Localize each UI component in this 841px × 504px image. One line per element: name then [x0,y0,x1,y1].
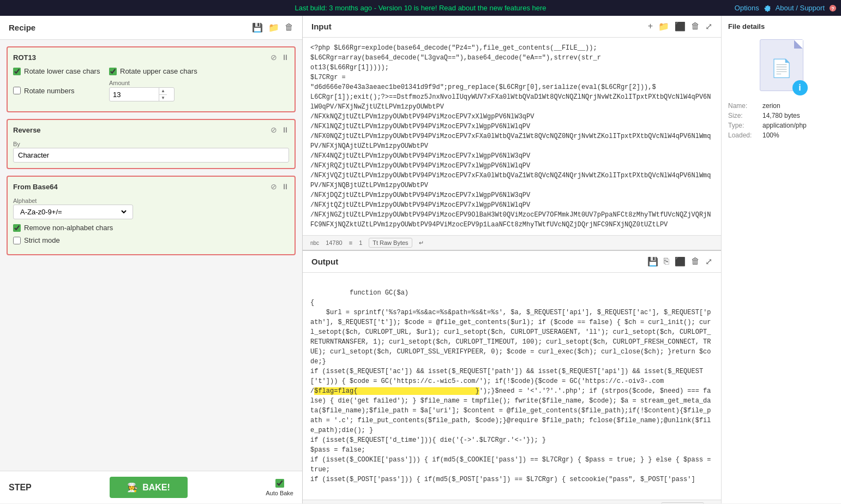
bake-label: BAKE! [142,483,170,493]
alphabet-label: Alphabet [13,197,37,204]
file-details-panel: File details 📄 i Name: zerion Size: 14,7… [721,16,841,503]
input-header: Input + 📁 ⬛ 🗑 ⤢ [303,16,721,38]
from-base64-pause-icon[interactable]: ⏸ [281,182,289,191]
rotate-lower-label[interactable]: Rotate lower case chars [13,67,100,75]
file-size-val: 14,780 bytes [762,112,800,119]
reverse-actions: ⊘ ⏸ [271,125,289,134]
amount-container: Amount ▲ ▼ [109,80,175,101]
input-code-area[interactable]: <?php $L66Rgr=explode(base64_decode("Pz4… [303,38,721,235]
recipe-body: ROT13 ⊘ ⏸ Rotate lower case chars Rotate… [0,40,302,471]
rotate-lower-text: Rotate lower case chars [24,67,100,75]
output-raw-bytes-button[interactable]: Tt Raw Bytes [661,502,704,503]
file-type-key: Type: [728,122,758,129]
rot13-row1: Rotate lower case chars Rotate upper cas… [13,67,289,75]
main-layout: Recipe 💾 📁 🗑 ROT13 ⊘ ⏸ [0,16,841,503]
input-raw-bytes-label: Raw Bytes [380,239,409,246]
from-base64-disable-icon[interactable]: ⊘ [271,182,277,191]
file-loaded-key: Loaded: [728,131,758,139]
save-icon[interactable]: 💾 [252,22,263,33]
input-size: 14780 [326,239,343,246]
input-raw-bytes-icon: Tt [373,239,378,246]
rotate-upper-label[interactable]: Rotate upper case chars [109,67,197,75]
recipe-actions: 💾 📁 🗑 [252,22,293,33]
file-icon-container: 📄 i [760,39,803,91]
alphabet-select[interactable]: A-Za-z0-9+/= [13,205,133,219]
input-folder-icon[interactable]: 📁 [658,21,669,32]
file-size-key: Size: [728,112,758,119]
file-name-row: Name: zerion [728,102,834,110]
output-code-highlight: $flag=flag{ } [314,387,479,395]
output-footer-right: 32ms Tt Raw Bytes ↵ [642,502,713,503]
options-link[interactable]: Options [735,4,759,12]
file-type-row: Type: application/php [728,122,834,129]
rot13-disable-icon[interactable]: ⊘ [271,53,277,62]
remove-nonalpha-label[interactable]: Remove non-alphabet chars [13,224,113,232]
input-nbc-label: nbc [310,240,319,246]
output-title: Output [311,257,338,266]
rotate-lower-checkbox[interactable] [13,68,21,75]
input-expand-icon[interactable]: ⤢ [705,21,712,32]
strict-mode-checkbox[interactable] [13,237,21,244]
folder-icon[interactable]: 📁 [268,22,279,33]
amount-arrows: ▲ ▼ [159,88,167,101]
auto-bake-checkbox[interactable] [275,479,284,488]
bake-icon: 🧑‍🍳 [127,482,138,493]
remove-nonalpha-checkbox[interactable] [13,224,21,232]
about-gear-icon[interactable]: ? [829,4,837,12]
output-header: Output 💾 ⎘ ⬛ 🗑 ⤢ [303,251,721,273]
bake-button[interactable]: 🧑‍🍳 BAKE! [110,477,188,498]
from-base64-operation: From Base64 ⊘ ⏸ Alphabet A-Za-z0-9+/= [7,176,296,255]
info-badge: i [792,80,808,95]
output-minimize-icon[interactable]: ⬛ [675,256,686,267]
svg-text:?: ? [831,5,834,11]
input-minimize-icon[interactable]: ⬛ [675,21,686,32]
by-input[interactable] [13,148,289,163]
input-delete-icon[interactable]: 🗑 [691,21,700,32]
rotate-numbers-label[interactable]: Rotate numbers [13,87,100,95]
reverse-title: Reverse [13,126,41,134]
rot13-title: ROT13 [13,53,36,62]
input-newline-icon[interactable]: ↵ [419,239,424,247]
right-panel: Input + 📁 ⬛ 🗑 ⤢ <?php $L66Rgr=explode(ba… [303,16,721,503]
input-raw-bytes-button[interactable]: Tt Raw Bytes [369,238,412,248]
amount-down-arrow[interactable]: ▼ [159,95,167,101]
file-icon-glyph: 📄 [771,58,792,79]
amount-input[interactable] [110,88,159,101]
strict-mode-label[interactable]: Strict mode [13,236,100,244]
reverse-pause-icon[interactable]: ⏸ [281,125,289,134]
gear-icon[interactable] [764,4,771,12]
alphabet-container: Alphabet A-Za-z0-9+/= [13,196,289,219]
reverse-disable-icon[interactable]: ⊘ [271,125,277,134]
amount-up-arrow[interactable]: ▲ [159,88,167,95]
top-bar: Last build: 3 months ago - Version 10 is… [0,0,841,16]
input-actions: + 📁 ⬛ 🗑 ⤢ [648,21,712,32]
input-lines: 1 [359,239,362,246]
rotate-upper-checkbox[interactable] [109,68,117,75]
rotate-numbers-checkbox[interactable] [13,87,21,94]
about-link[interactable]: About / Support [776,4,825,12]
base64-row2: Strict mode [13,236,289,244]
alphabet-dropdown[interactable]: A-Za-z0-9+/= [18,207,128,217]
file-icon-fold [794,40,803,49]
build-text: Last build: 3 months ago - Version 10 is… [295,4,546,12]
step-label: STEP [9,483,32,493]
input-section: Input + 📁 ⬛ 🗑 ⤢ <?php $L66Rgr=explode(ba… [303,16,721,251]
recipe-title: Recipe [9,23,35,32]
amount-field: ▲ ▼ [109,87,175,101]
output-delete-icon[interactable]: 🗑 [691,256,700,267]
rot13-pause-icon[interactable]: ⏸ [281,53,289,62]
output-copy-icon[interactable]: ⎘ [664,256,669,267]
output-expand-icon[interactable]: ⤢ [705,256,712,267]
delete-icon[interactable]: 🗑 [285,22,293,33]
rotate-upper-text: Rotate upper case chars [120,67,197,75]
output-save-icon[interactable]: 💾 [647,256,658,267]
input-add-icon[interactable]: + [648,21,653,32]
base64-row1: Remove non-alphabet chars [13,224,289,232]
output-code-area[interactable]: function GC($a) { $url = sprintf('%s?api… [303,273,721,500]
reverse-header: Reverse ⊘ ⏸ [13,125,289,134]
output-section: Output 💾 ⎘ ⬛ 🗑 ⤢ function GC($a) { $url … [303,251,721,503]
rot13-header: ROT13 ⊘ ⏸ [13,53,289,62]
bottom-bar: STEP 🧑‍🍳 BAKE! Auto Bake [0,471,302,503]
auto-bake-label: Auto Bake [266,490,293,496]
auto-bake-container: Auto Bake [266,479,293,496]
